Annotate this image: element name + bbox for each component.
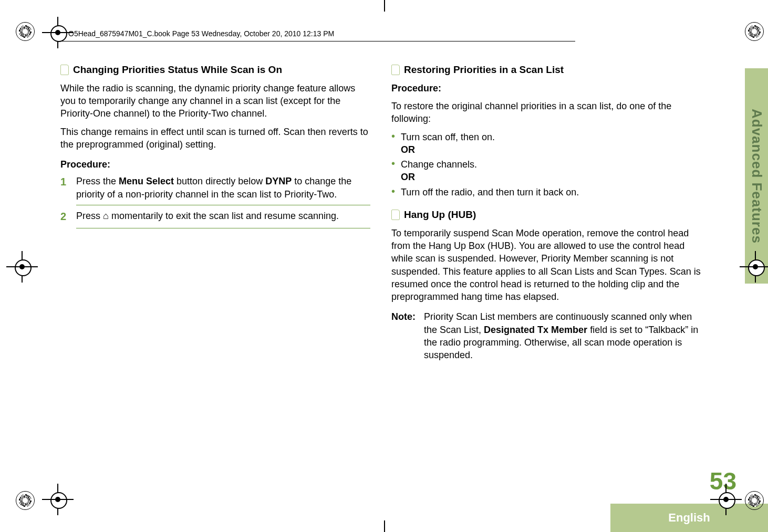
menu-select-label: Menu Select bbox=[119, 176, 174, 186]
crop-mark-bottom bbox=[384, 520, 385, 532]
body-text: While the radio is scanning, the dynamic… bbox=[60, 82, 370, 120]
step-body: Press ⌂ momentarily to exit the scan lis… bbox=[76, 210, 370, 224]
procedure-label: Procedure: bbox=[391, 82, 701, 95]
note-block: Note: Priority Scan List members are con… bbox=[391, 310, 701, 361]
language-label: English bbox=[668, 511, 710, 525]
book-header-stamp: O5Head_6875947M01_C.book Page 53 Wednesd… bbox=[68, 29, 334, 38]
registration-mark-icon bbox=[16, 491, 35, 510]
list-item: Turn off the radio, and then turn it bac… bbox=[391, 186, 701, 199]
crosshair-mark-icon bbox=[740, 251, 768, 283]
page-icon bbox=[391, 65, 400, 75]
header-rule bbox=[60, 41, 575, 41]
text: momentarily to exit the scan list and re… bbox=[109, 211, 339, 221]
crop-mark-top bbox=[384, 0, 385, 12]
body-text: This change remains in effect until scan… bbox=[60, 126, 370, 151]
right-column: Restoring Priorities in a Scan List Proc… bbox=[391, 63, 701, 362]
note-label: Note: bbox=[391, 310, 416, 361]
body-text: To temporarily suspend Scan Mode operati… bbox=[391, 227, 701, 304]
registration-mark-icon bbox=[745, 22, 764, 41]
heading-text: Changing Priorities Status While Scan is… bbox=[73, 63, 282, 77]
text: button directly below bbox=[174, 176, 265, 186]
or-label: OR bbox=[401, 172, 415, 182]
crosshair-mark-icon bbox=[710, 484, 742, 515]
crosshair-mark-icon bbox=[42, 17, 74, 48]
page-content: Changing Priorities Status While Scan is… bbox=[60, 63, 701, 467]
text: Press the bbox=[76, 176, 119, 186]
text: Turn off the radio, and then turn it bac… bbox=[401, 187, 579, 197]
step-number: 2 bbox=[60, 210, 69, 224]
procedure-label: Procedure: bbox=[60, 158, 370, 171]
or-label: OR bbox=[401, 144, 415, 155]
page-icon bbox=[60, 65, 69, 75]
text: Press bbox=[76, 211, 103, 221]
step-separator bbox=[76, 228, 370, 228]
body-text: To restore the original channel prioriti… bbox=[391, 100, 701, 126]
heading-restoring-priorities: Restoring Priorities in a Scan List bbox=[391, 63, 701, 77]
note-body: Priority Scan List members are continuou… bbox=[424, 310, 701, 361]
left-column: Changing Priorities Status While Scan is… bbox=[60, 63, 370, 362]
text: Change channels. bbox=[401, 159, 477, 170]
step-1: 1 Press the Menu Select button directly … bbox=[60, 175, 370, 201]
text: Turn scan off, then on. bbox=[401, 132, 495, 142]
heading-changing-priorities: Changing Priorities Status While Scan is… bbox=[60, 63, 370, 77]
home-icon: ⌂ bbox=[103, 210, 109, 222]
heading-text: Restoring Priorities in a Scan List bbox=[404, 63, 564, 77]
section-tab-label: Advanced Features bbox=[749, 109, 765, 244]
step-2: 2 Press ⌂ momentarily to exit the scan l… bbox=[60, 210, 370, 224]
crosshair-mark-icon bbox=[6, 251, 38, 283]
registration-mark-icon bbox=[16, 22, 35, 41]
dynp-softkey: DYNP bbox=[265, 176, 292, 186]
list-item: Change channels. OR bbox=[391, 158, 701, 184]
list-item: Turn scan off, then on. OR bbox=[391, 131, 701, 157]
heading-hang-up: Hang Up (HUB) bbox=[391, 208, 701, 222]
registration-mark-icon bbox=[745, 491, 764, 510]
heading-text: Hang Up (HUB) bbox=[404, 208, 476, 222]
step-number: 1 bbox=[60, 175, 69, 201]
language-bar: English bbox=[610, 504, 768, 532]
step-separator bbox=[76, 205, 370, 205]
crosshair-mark-icon bbox=[42, 484, 74, 515]
step-body: Press the Menu Select button directly be… bbox=[76, 175, 370, 201]
bullet-list: Turn scan off, then on. OR Change channe… bbox=[391, 131, 701, 199]
designated-tx-member: Designated Tx Member bbox=[484, 325, 587, 335]
page-icon bbox=[391, 210, 400, 220]
